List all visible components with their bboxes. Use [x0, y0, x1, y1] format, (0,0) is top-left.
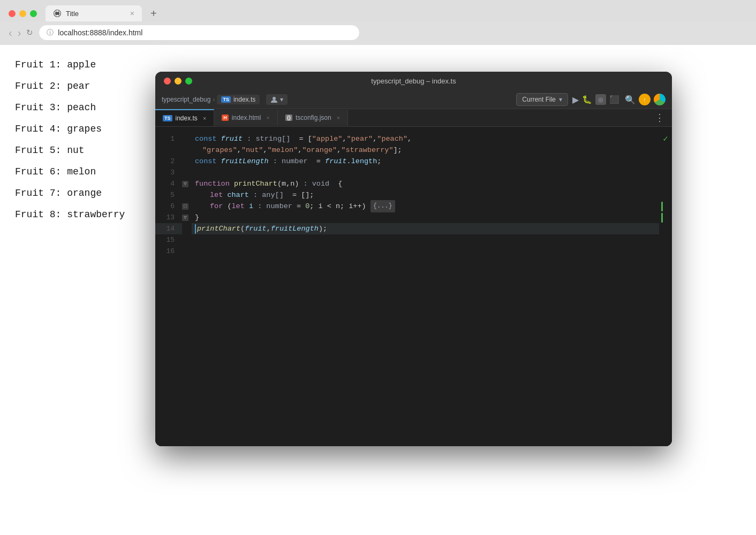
ide-tabs: TS index.ts × H index.html × {} tsconfig… [155, 109, 672, 127]
run-config-arrow: ▾ [559, 96, 562, 103]
ts-badge: TS [163, 115, 172, 121]
url-text: localhost:8888/index.html [58, 28, 142, 37]
ide-maximize-btn[interactable] [185, 78, 192, 85]
tab-favicon [53, 9, 62, 18]
ide-traffic-lights [164, 78, 192, 85]
ide-titlebar: typescript_debug – index.ts [155, 72, 672, 90]
code-line-1b: "grapes","nut","melon","orange","strawbe… [195, 144, 659, 156]
tab-ts-name: index.ts [176, 114, 198, 122]
gutter-bar-1 [661, 202, 663, 211]
code-line-13: } [195, 212, 659, 223]
html-badge: H [222, 114, 229, 121]
tab-json-name: tsconfig.json [296, 114, 331, 121]
address-bar-row: ‹ › ↻ ⓘ localhost:8888/index.html [0, 21, 756, 45]
check-mark: ✓ [663, 135, 668, 143]
code-content[interactable]: const fruit : string[] = ["apple","pear"… [192, 127, 659, 446]
fold-btn-function[interactable]: ▽ [182, 181, 188, 187]
breadcrumb-file-name: index.ts [233, 96, 255, 103]
fruit-item-1: Fruit 1: apple [15, 60, 756, 70]
more-tabs-btn[interactable]: ⋮ [647, 112, 672, 124]
fold-btn-close[interactable]: ▽ [182, 215, 188, 221]
debug-btn[interactable]: 🐛 [582, 95, 592, 104]
upload-btn[interactable]: ↑ [639, 94, 651, 105]
tab-title: Title [66, 10, 79, 18]
refresh-btn[interactable]: ↻ [26, 28, 33, 37]
search-btn[interactable]: 🔍 [625, 95, 636, 105]
tab-index-ts[interactable]: TS index.ts × [155, 109, 214, 126]
title-bar: Title × + [0, 0, 756, 21]
ide-minimize-btn[interactable] [175, 78, 182, 85]
tab-index-html[interactable]: H index.html × [214, 110, 278, 126]
jetbrains-btn[interactable] [654, 94, 666, 105]
breadcrumb: typescript_debug › TS index.ts [162, 95, 260, 104]
json-badge: {} [285, 114, 292, 121]
maximize-button[interactable] [30, 10, 37, 17]
ts-file-badge: TS [221, 96, 231, 103]
code-line-2: const fruitLength : number = fruit.lengt… [195, 156, 659, 167]
breadcrumb-sep: › [213, 96, 215, 103]
code-editor[interactable]: 1 2 3 4 5 6 13 14 15 16 ▽ [155, 127, 672, 446]
browser-tab-active[interactable]: Title × [46, 5, 142, 21]
coverage-btn[interactable]: ◎ [595, 94, 606, 105]
fold-column: ▽ □ ▽ [182, 127, 192, 446]
tab-html-close[interactable]: × [267, 114, 270, 121]
tab-json-close[interactable]: × [337, 114, 340, 121]
svg-point-4 [273, 97, 276, 100]
toolbar-icons: ▶ 🐛 ◎ ⬛ 🔍 ↑ [572, 94, 666, 105]
code-line-1: const fruit : string[] = ["apple","pear"… [195, 133, 659, 144]
user-btn[interactable]: ▾ [266, 94, 288, 105]
fold-btn-for[interactable]: □ [182, 203, 188, 210]
svg-point-2 [57, 11, 58, 12]
run-btn[interactable]: ▶ [572, 95, 579, 105]
code-line-15 [195, 234, 659, 246]
code-line-5: let chart : any[] = []; [195, 189, 659, 201]
user-icon [270, 96, 278, 103]
right-gutter: ✓ [659, 127, 672, 446]
dropdown-arrow: ▾ [280, 96, 283, 103]
stop-btn[interactable]: ⬛ [609, 95, 619, 104]
tab-ts-close[interactable]: × [203, 115, 206, 121]
forward-btn[interactable]: › [18, 27, 21, 39]
close-button[interactable] [9, 10, 16, 17]
run-config-dropdown[interactable]: Current File ▾ [516, 93, 568, 106]
tab-tsconfig-json[interactable]: {} tsconfig.json × [278, 110, 348, 126]
traffic-lights [9, 10, 37, 17]
code-line-3 [195, 167, 659, 178]
ide-close-btn[interactable] [164, 78, 171, 85]
upload-icon: ↑ [643, 96, 646, 103]
code-line-14: printChart(fruit,fruitLength); [192, 223, 659, 234]
gutter-bar-2 [661, 213, 663, 223]
run-config-label: Current File [522, 96, 556, 103]
page-content: Fruit 1: apple Fruit 2: pear Fruit 3: pe… [0, 45, 756, 535]
svg-point-3 [57, 15, 58, 17]
tab-html-name: index.html [232, 114, 261, 121]
address-bar[interactable]: ⓘ localhost:8888/index.html [39, 25, 360, 41]
code-line-16 [195, 246, 659, 257]
line-numbers: 1 2 3 4 5 6 13 14 15 16 [155, 127, 182, 446]
code-line-4: function printChart(m,n) : void { [195, 178, 659, 189]
ide-window: typescript_debug – index.ts typescript_d… [155, 72, 672, 446]
ide-window-title: typescript_debug – index.ts [371, 77, 456, 85]
breadcrumb-project[interactable]: typescript_debug [162, 96, 210, 103]
security-icon: ⓘ [47, 28, 54, 37]
code-line-6: for (let i : number = 0; i < n; i++) {..… [195, 201, 659, 212]
browser-chrome: Title × + ‹ › ↻ ⓘ localhost:8888/index.h… [0, 0, 756, 45]
breadcrumb-file[interactable]: TS index.ts [217, 95, 260, 104]
new-tab-btn[interactable]: + [146, 6, 161, 21]
tab-close-btn[interactable]: × [130, 9, 134, 18]
back-btn[interactable]: ‹ [9, 27, 12, 39]
ide-toolbar: typescript_debug › TS index.ts ▾ Current… [155, 90, 672, 109]
minimize-button[interactable] [19, 10, 26, 17]
